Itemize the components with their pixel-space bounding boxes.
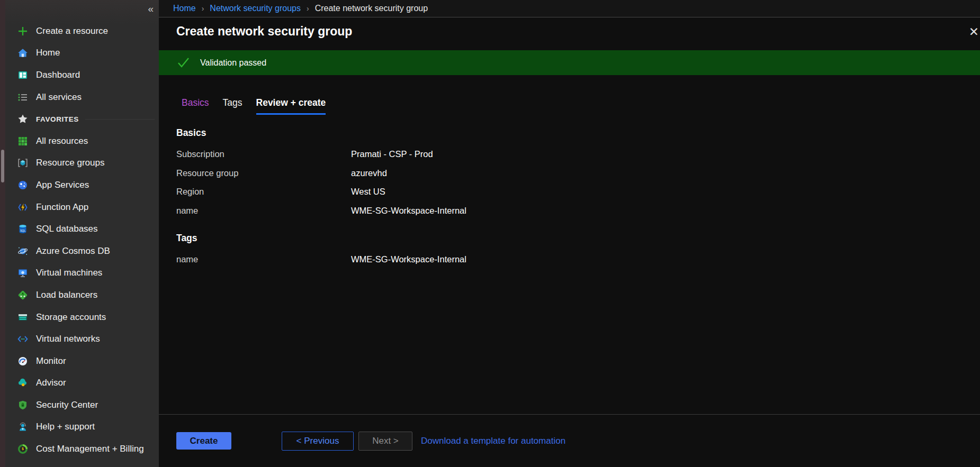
svg-text:$: $ — [22, 447, 24, 451]
row-value: West US — [351, 187, 980, 197]
sidebar-item-label: SQL databases — [36, 224, 98, 234]
sidebar-item-label: Monitor — [36, 356, 66, 367]
sidebar-section-favorites: FAVORITES — [5, 108, 159, 130]
row-value: WME-SG-Workspace-Internal — [351, 254, 980, 264]
row-label: Subscription — [176, 149, 351, 159]
breadcrumb-separator: › — [307, 4, 309, 13]
sidebar-item-label: Help + support — [36, 422, 95, 432]
sidebar-item-label: Cost Management + Billing — [36, 444, 144, 454]
sidebar-item-azure-cosmos-db[interactable]: Azure Cosmos DB — [5, 240, 159, 262]
section-heading-tags: Tags — [176, 233, 980, 244]
breadcrumb: Home › Network security groups › Create … — [159, 0, 980, 17]
storage-icon — [17, 312, 29, 323]
tab-review-create[interactable]: Review + create — [256, 97, 326, 115]
sidebar-item-storage-accounts[interactable]: Storage accounts — [5, 306, 159, 328]
sidebar-item-label: Security Center — [36, 400, 98, 410]
page-title: Create network security group — [176, 24, 352, 39]
sidebar-nav: Create a resource Home Dashboard All ser… — [5, 20, 159, 460]
left-scrollbar[interactable] — [0, 0, 5, 467]
network-icon — [17, 333, 29, 345]
svg-text:SQL: SQL — [20, 229, 25, 232]
star-icon — [17, 113, 29, 125]
sidebar-item-label: Azure Cosmos DB — [36, 246, 110, 257]
list-icon — [17, 91, 29, 103]
advisor-icon — [17, 377, 29, 389]
sidebar-item-label: Virtual machines — [36, 268, 102, 278]
sidebar-item-virtual-networks[interactable]: Virtual networks — [5, 328, 159, 350]
dashboard-icon — [17, 69, 29, 81]
row-value: Pramati - CSP - Prod — [351, 149, 980, 159]
create-button[interactable]: Create — [176, 432, 231, 450]
summary-row-subscription: Subscription Pramati - CSP - Prod — [159, 145, 980, 164]
shield-icon — [17, 399, 29, 411]
plus-icon — [17, 25, 29, 37]
scrollbar-thumb[interactable] — [1, 150, 4, 182]
sidebar-item-home[interactable]: Home — [5, 42, 159, 65]
breadcrumb-link-home[interactable]: Home — [173, 4, 196, 13]
sidebar-item-label: App Services — [36, 180, 89, 190]
monitor-icon — [17, 267, 29, 279]
row-label: name — [176, 206, 351, 216]
summary-row-region: Region West US — [159, 182, 980, 202]
tab-basics[interactable]: Basics — [182, 97, 209, 115]
sidebar-item-security-center[interactable]: Security Center — [5, 394, 159, 416]
row-value: WME-SG-Workspace-Internal — [351, 206, 980, 216]
sidebar-item-sql-databases[interactable]: SQL SQL databases — [5, 218, 159, 240]
sidebar-item-label: Function App — [36, 202, 88, 213]
favorites-divider — [85, 119, 155, 120]
row-label: Region — [176, 187, 351, 197]
sidebar-item-dashboard[interactable]: Dashboard — [5, 64, 159, 86]
summary-row-name: name WME-SG-Workspace-Internal — [159, 202, 980, 221]
sidebar-item-label: All services — [36, 92, 82, 103]
sidebar-item-function-app[interactable]: Function App — [5, 196, 159, 218]
sidebar-item-label: Storage accounts — [36, 312, 106, 323]
sidebar-item-all-services[interactable]: All services — [5, 86, 159, 108]
sidebar-item-label: Virtual networks — [36, 334, 100, 344]
globe-icon — [17, 179, 29, 191]
row-label: name — [176, 254, 351, 264]
sidebar-item-monitor[interactable]: Monitor — [5, 350, 159, 372]
validation-banner-text: Validation passed — [200, 58, 266, 68]
sidebar-item-label: Home — [36, 48, 60, 58]
sidebar-item-virtual-machines[interactable]: Virtual machines — [5, 262, 159, 285]
sidebar-item-label: Dashboard — [36, 70, 80, 80]
breadcrumb-link-network-security-groups[interactable]: Network security groups — [210, 4, 301, 13]
wizard-tabs: Basics Tags Review + create — [182, 97, 980, 115]
previous-button[interactable]: < Previous — [282, 432, 354, 451]
sidebar-item-resource-groups[interactable]: Resource groups — [5, 152, 159, 175]
sidebar-item-advisor[interactable]: Advisor — [5, 372, 159, 395]
breadcrumb-current: Create network security group — [315, 4, 428, 13]
sidebar: « Create a resource Home Dashboard All s… — [5, 0, 159, 467]
grid-icon — [17, 135, 29, 147]
next-button: Next > — [358, 432, 412, 451]
sidebar-item-app-services[interactable]: App Services — [5, 174, 159, 196]
section-basics: Basics Subscription Pramati - CSP - Prod… — [159, 127, 980, 220]
person-icon — [17, 421, 29, 433]
sidebar-item-label: Load balancers — [36, 290, 97, 300]
checkmark-icon — [176, 56, 191, 70]
sidebar-item-load-balancers[interactable]: Load balancers — [5, 284, 159, 306]
breadcrumb-separator: › — [202, 4, 204, 13]
close-icon[interactable]: ✕ — [969, 25, 979, 39]
sidebar-item-label: Resource groups — [36, 158, 104, 168]
page-header: Create network security group ✕ — [159, 17, 980, 45]
sidebar-item-help-support[interactable]: Help + support — [5, 416, 159, 438]
validation-banner: Validation passed — [159, 50, 980, 75]
sidebar-item-create-a-resource[interactable]: Create a resource — [5, 20, 159, 42]
sidebar-collapse-icon[interactable]: « — [148, 3, 154, 15]
tab-tags[interactable]: Tags — [223, 97, 242, 115]
row-label: Resource group — [176, 168, 351, 178]
home-icon — [17, 47, 29, 59]
summary-row-tag-name: name WME-SG-Workspace-Internal — [159, 250, 980, 269]
sidebar-item-all-resources[interactable]: All resources — [5, 130, 159, 152]
sidebar-item-cost-management-billing[interactable]: $ Cost Management + Billing — [5, 438, 159, 460]
download-template-link[interactable]: Download a template for automation — [421, 436, 565, 446]
planet-icon — [17, 245, 29, 257]
cube-icon — [17, 157, 29, 169]
wizard-footer: Create < Previous Next > Download a temp… — [159, 414, 980, 467]
billing-icon: $ — [17, 443, 29, 455]
database-icon: SQL — [17, 223, 29, 235]
gauge-icon — [17, 355, 29, 367]
lightning-icon — [17, 202, 29, 213]
summary-row-resource-group: Resource group azurevhd — [159, 164, 980, 183]
